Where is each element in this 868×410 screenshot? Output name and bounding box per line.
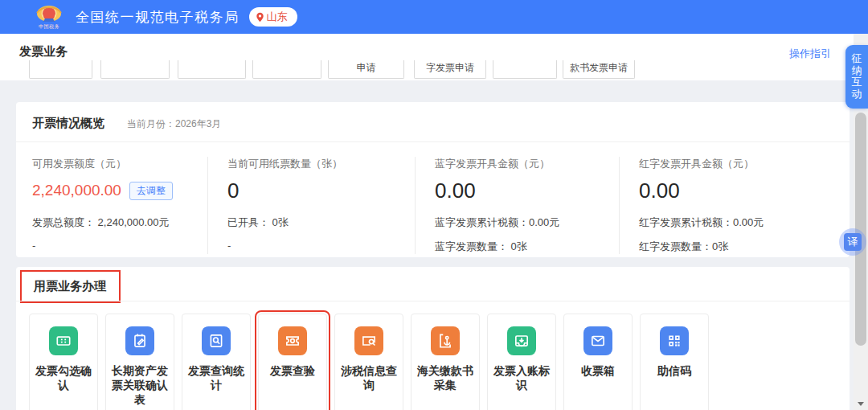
service-tile-grid: 发票勾选确认 长期资产发票关联确认表 发票查询统计 <box>29 314 709 410</box>
envelope-icon <box>583 326 612 355</box>
translate-button[interactable]: 译 <box>839 228 866 256</box>
divider <box>16 301 850 301</box>
customs-anchor-icon <box>431 326 460 355</box>
tile-tax-info-query[interactable]: 涉税信息查询 <box>334 314 403 410</box>
blue-amount-value: 0.00 <box>435 178 476 203</box>
clipboard-pencil-icon <box>125 326 154 355</box>
logo-caption: 中国税务 <box>39 24 59 29</box>
clipped-button-2[interactable] <box>100 60 170 79</box>
clipped-button-1[interactable] <box>29 60 92 79</box>
adjust-quota-button[interactable]: 去调整 <box>129 182 173 200</box>
invoice-overview-card: 开票情况概览 当前月份：2026年3月 可用发票额度（元） 2,240,000.… <box>16 102 850 257</box>
clipped-button-5[interactable]: 申请 <box>328 60 404 79</box>
tile-label: 发票查询统计 <box>182 363 250 392</box>
tile-invoice-inbox[interactable]: 收票箱 <box>563 314 633 410</box>
stat-label: 蓝字发票开具金额（元） <box>435 157 619 171</box>
stat-label: 红字发票开具金额（元） <box>639 157 844 171</box>
operation-guide-link[interactable]: 操作指引 <box>789 47 831 61</box>
region-badge[interactable]: 山东 <box>249 7 297 27</box>
top-bar: 中国税务 全国统一规范电子税务局 山东 <box>0 0 868 34</box>
page-header: 发票业务 操作指引 申请 字发票申请 款书发票申请 <box>0 34 854 80</box>
stat-paper-invoice-count: 当前可用纸票数量（张） 0 已开具： 0张 - <box>207 157 415 254</box>
stat-available-quota: 可用发票额度（元） 2,240,000.00 去调整 发票总额度： 2,240,… <box>16 157 207 254</box>
stat-line: - <box>227 240 415 252</box>
red-tax-line: 红字发票累计税额：0.00元 <box>639 215 844 230</box>
tile-label: 涉税信息查询 <box>335 363 403 392</box>
red-amount-value: 0.00 <box>639 178 680 203</box>
inbox-arrow-icon <box>507 326 536 355</box>
page-title: 发票业务 <box>19 44 68 59</box>
stat-blue-invoice-amount: 蓝字发票开具金额（元） 0.00 蓝字发票累计税额：0.00元 蓝字发票数量： … <box>415 157 619 254</box>
ticket-inspect-icon <box>278 326 307 355</box>
total-quota-line: 发票总额度： 2,240,000.00元 <box>32 215 207 230</box>
card-search-icon <box>354 326 383 355</box>
scrollbar-down-arrow-icon[interactable] <box>858 402 864 406</box>
translate-icon: 译 <box>844 233 862 251</box>
available-quota-value: 2,240,000.00 <box>32 182 121 199</box>
tile-customs-payment-collect[interactable]: 海关缴款书采集 <box>411 314 480 410</box>
side-tab-label: 征纳互动 <box>851 53 862 100</box>
tile-label: 发票入账标识 <box>488 363 555 392</box>
tile-invoice-check-confirm[interactable]: 发票勾选确认 <box>29 314 98 410</box>
tile-invoice-query-stats[interactable]: 发票查询统计 <box>182 314 251 410</box>
blue-tax-line: 蓝字发票累计税额：0.00元 <box>435 215 619 230</box>
region-label: 山东 <box>267 10 288 24</box>
tile-label: 长期资产发票关联确认表 <box>106 363 174 407</box>
stat-line: - <box>32 240 207 252</box>
tile-label: 发票勾选确认 <box>30 363 97 392</box>
stat-red-invoice-amount: 红字发票开具金额（元） 0.00 红字发票累计税额：0.00元 红字发票数量：0… <box>619 157 844 254</box>
tile-invoice-inspection[interactable]: 发票查验 <box>258 314 327 410</box>
overview-title: 开票情况概览 <box>32 116 104 131</box>
invoice-services-card: 用票业务办理 发票勾选确认 长期资产发票关联确认表 <box>16 267 850 410</box>
ticket-confirm-icon <box>49 326 78 355</box>
current-month: 当前月份：2026年3月 <box>127 117 221 131</box>
overview-stats: 可用发票额度（元） 2,240,000.00 去调整 发票总额度： 2,240,… <box>16 142 850 254</box>
tile-label: 发票查验 <box>259 363 326 378</box>
clipped-button-3[interactable] <box>178 60 246 79</box>
paper-count-value: 0 <box>227 178 239 203</box>
app-title: 全国统一规范电子税务局 <box>76 8 240 27</box>
annotation-box-section-title: 用票业务办理 <box>20 270 121 303</box>
tile-invoice-entry-mark[interactable]: 发票入账标识 <box>487 314 556 410</box>
qr-code-icon <box>660 326 689 355</box>
stat-label: 可用发票额度（元） <box>32 157 207 171</box>
services-title: 用票业务办理 <box>34 279 106 293</box>
tax-bureau-logo: 中国税务 <box>35 5 63 29</box>
red-count-line: 红字发票数量：0张 <box>639 240 844 254</box>
document-search-icon <box>202 326 231 355</box>
tile-long-term-asset-invoice[interactable]: 长期资产发票关联确认表 <box>105 314 174 410</box>
clipped-button-7[interactable] <box>493 60 557 79</box>
issued-line: 已开具： 0张 <box>227 215 415 230</box>
tile-assist-code[interactable]: 助信码 <box>640 314 709 410</box>
clipped-button-4[interactable] <box>252 60 321 79</box>
clipped-button-8[interactable]: 款书发票申请 <box>563 60 635 79</box>
tile-label: 助信码 <box>641 363 708 378</box>
tile-label: 收票箱 <box>564 363 632 378</box>
stat-label: 当前可用纸票数量（张） <box>227 157 415 171</box>
blue-count-line: 蓝字发票数量： 0张 <box>435 240 619 254</box>
clipped-button-6[interactable]: 字发票申请 <box>414 60 486 79</box>
tile-label: 海关缴款书采集 <box>411 363 479 392</box>
interaction-side-tab[interactable]: 征纳互动 <box>845 45 868 109</box>
location-pin-icon <box>256 12 264 23</box>
